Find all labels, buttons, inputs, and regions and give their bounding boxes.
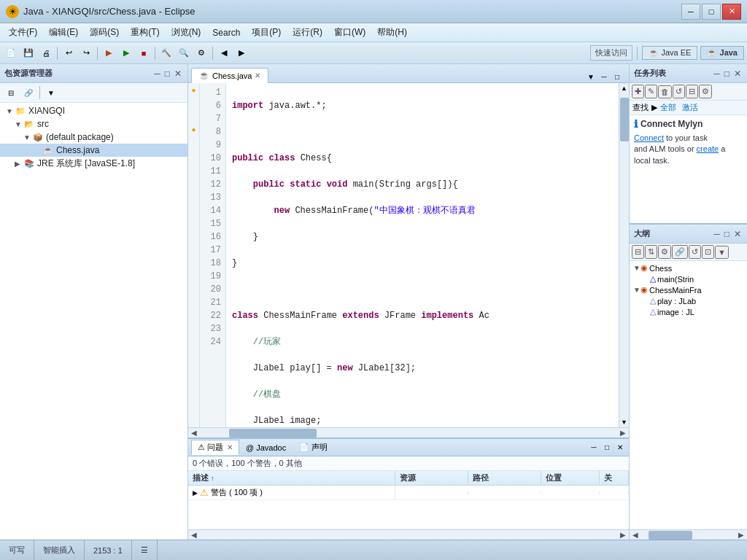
- task-delete-button[interactable]: 🗑: [658, 85, 672, 98]
- code-editor[interactable]: ● ●: [188, 83, 629, 427]
- tb-debug-button[interactable]: ▶: [101, 45, 117, 61]
- tb-build-button[interactable]: 🔨: [158, 45, 174, 61]
- scrollbar-down-arrow[interactable]: ▼: [619, 417, 629, 427]
- tb-back-button[interactable]: ◀: [216, 45, 232, 61]
- outline-scroll-left[interactable]: ◀: [630, 531, 641, 539]
- tb-run-button[interactable]: ▶: [118, 45, 134, 61]
- editor-tabs-menu-button[interactable]: ▼: [585, 71, 597, 82]
- task-list-maximize-icon[interactable]: □: [723, 68, 731, 79]
- close-button[interactable]: ✕: [722, 4, 741, 20]
- outline-item-chessmainframe[interactable]: ▼ ◉ ChessMainFra: [631, 284, 746, 295]
- outline-link-button[interactable]: 🔗: [672, 245, 688, 259]
- problems-close-button[interactable]: ✕: [614, 442, 626, 454]
- close-panel-icon[interactable]: ✕: [173, 68, 183, 79]
- task-list-minimize-icon[interactable]: ─: [712, 68, 721, 79]
- hscroll-thumb[interactable]: [229, 429, 317, 438]
- editor-tab-chess[interactable]: ☕ Chess.java ✕: [191, 68, 268, 83]
- pkg-menu-button[interactable]: ▼: [43, 85, 59, 101]
- quick-access-button[interactable]: 快速访问: [590, 45, 632, 61]
- tree-item-xiangqi[interactable]: ▼ 📁 XIANGQI: [0, 104, 187, 117]
- task-refresh-button[interactable]: ↺: [673, 85, 685, 98]
- tab-javadoc[interactable]: @ Javadoc: [239, 441, 293, 454]
- create-link[interactable]: create: [697, 144, 719, 153]
- menu-run[interactable]: 运行(R): [287, 24, 328, 41]
- tb-undo-button[interactable]: ↩: [61, 45, 77, 61]
- scrollbar-up-arrow[interactable]: ▲: [619, 83, 629, 93]
- tree-item-src[interactable]: ▼ 📂 src: [0, 117, 187, 131]
- scroll-left-arrow[interactable]: ◀: [188, 429, 200, 437]
- menu-navigate[interactable]: 浏览(N): [166, 24, 207, 41]
- editor-maximize-button[interactable]: □: [611, 71, 623, 82]
- outline-item-main-method[interactable]: ▶ △ main(Strin: [631, 273, 746, 284]
- menu-project[interactable]: 项目(P): [246, 24, 287, 41]
- menu-edit[interactable]: 编辑(E): [43, 24, 84, 41]
- menu-window[interactable]: 窗口(W): [328, 24, 371, 41]
- outline-item-image-field[interactable]: ▶ △ image : JL: [631, 306, 746, 317]
- task-new-button[interactable]: ✚: [632, 85, 644, 98]
- problems-scroll-right[interactable]: ▶: [617, 531, 629, 539]
- problems-maximize-button[interactable]: □: [601, 442, 613, 454]
- tree-item-chess-java[interactable]: ▶ ☕ Chess.java: [0, 144, 187, 157]
- tb-search-button[interactable]: 🔍: [176, 45, 192, 61]
- tab-declaration[interactable]: 📄 声明: [293, 440, 334, 455]
- tab-problems[interactable]: ⚠ 问题 ✕: [191, 440, 239, 455]
- outline-item-play-field[interactable]: ▶ △ play : JLab: [631, 295, 746, 306]
- problems-minimize-button[interactable]: ─: [588, 442, 600, 454]
- find-activate-label[interactable]: 激活: [682, 102, 698, 113]
- tb-print-button[interactable]: 🖨: [38, 45, 54, 61]
- pkg-link-button[interactable]: 🔗: [20, 85, 36, 101]
- menu-search[interactable]: Search: [206, 26, 246, 40]
- problems-scrollbar-h[interactable]: ◀ ▶: [188, 529, 629, 540]
- outline-scrollbar-h[interactable]: ◀ ▶: [630, 529, 747, 540]
- perspective-java-button[interactable]: ☕ Java: [700, 46, 744, 60]
- menu-help[interactable]: 帮助(H): [371, 24, 413, 41]
- maximize-panel-icon[interactable]: □: [163, 68, 171, 79]
- tb-new-button[interactable]: 📄: [3, 45, 19, 61]
- connect-link[interactable]: Connect: [634, 133, 664, 142]
- tree-item-jre[interactable]: ▶ 📚 JRE 系统库 [JavaSE-1.8]: [0, 157, 187, 171]
- outline-filter-button[interactable]: ⚙: [658, 245, 671, 259]
- menu-refactor[interactable]: 重构(T): [125, 24, 165, 41]
- table-row[interactable]: ▶ ⚠ 警告 ( 100 项 ): [188, 486, 629, 500]
- minimize-panel-icon[interactable]: ─: [152, 68, 162, 79]
- gutter-empty-24: [188, 332, 199, 346]
- expand-arrow-icon[interactable]: ▶: [193, 489, 198, 497]
- restore-button[interactable]: □: [702, 4, 721, 20]
- task-edit-button[interactable]: ✎: [645, 85, 657, 98]
- tb-ref-button[interactable]: ⚙: [193, 45, 209, 61]
- task-filter-button[interactable]: ⚙: [699, 85, 712, 98]
- tb-save-button[interactable]: 💾: [20, 45, 36, 61]
- outline-hscroll-thumb[interactable]: [649, 531, 692, 540]
- editor-scrollbar-vertical[interactable]: ▲ ▼: [619, 83, 629, 427]
- editor-scrollbar-horizontal[interactable]: ◀ ▶: [188, 427, 629, 438]
- pkg-collapse-button[interactable]: ⊟: [3, 85, 19, 101]
- outline-item-chess-class[interactable]: ▼ ◉ Chess: [631, 262, 746, 273]
- task-list-close-icon[interactable]: ✕: [732, 68, 743, 79]
- outline-hide-fields-button[interactable]: ⊡: [702, 245, 714, 259]
- minimize-button[interactable]: ─: [681, 4, 700, 20]
- tb-stop-button[interactable]: ■: [136, 45, 152, 61]
- outline-minimize-icon[interactable]: ─: [712, 228, 721, 240]
- scrollbar-thumb[interactable]: [620, 98, 629, 141]
- task-collapse-button[interactable]: ⊟: [686, 85, 698, 98]
- menu-file[interactable]: 文件(F): [3, 24, 43, 41]
- outline-scroll-right[interactable]: ▶: [735, 531, 747, 539]
- outline-maximize-icon[interactable]: □: [723, 228, 731, 240]
- outline-sort-button[interactable]: ⇅: [645, 245, 657, 259]
- tb-redo-button[interactable]: ↪: [78, 45, 94, 61]
- code-content[interactable]: import java.awt.*; public class Chess{ p…: [226, 83, 619, 427]
- outline-close-icon[interactable]: ✕: [732, 228, 743, 240]
- problems-tab-close[interactable]: ✕: [227, 443, 233, 451]
- scroll-right-arrow[interactable]: ▶: [617, 429, 629, 437]
- find-all-label[interactable]: 全部: [660, 102, 676, 113]
- editor-minimize-button[interactable]: ─: [598, 71, 610, 82]
- tab-close-chess[interactable]: ✕: [255, 71, 260, 79]
- outline-refresh-button[interactable]: ↺: [689, 245, 701, 259]
- menu-source[interactable]: 源码(S): [84, 24, 125, 41]
- perspective-javaee-button[interactable]: ☕ Java EE: [642, 46, 697, 60]
- outline-menu-button[interactable]: ▼: [715, 246, 729, 259]
- problems-scroll-left[interactable]: ◀: [188, 531, 200, 539]
- tree-item-default-package[interactable]: ▼ 📦 (default package): [0, 131, 187, 144]
- tb-forward-button[interactable]: ▶: [233, 45, 249, 61]
- outline-collapse-button[interactable]: ⊟: [632, 245, 644, 259]
